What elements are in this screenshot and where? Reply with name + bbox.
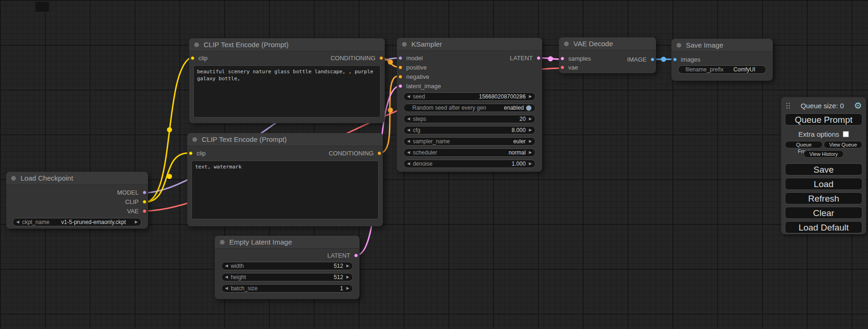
random-seed-toggle[interactable] xyxy=(526,105,532,111)
negative-prompt-textarea[interactable]: text, watermark xyxy=(191,161,379,219)
node-header[interactable]: Load Checkpoint xyxy=(6,172,148,185)
node-collapse-dot[interactable] xyxy=(220,240,225,245)
latent-image-input-port[interactable] xyxy=(398,84,402,88)
seed-widget[interactable]: ◀ seed 156680208700286 ▶ xyxy=(403,92,536,101)
model-output-port[interactable] xyxy=(142,190,147,195)
widget-value[interactable]: 512 xyxy=(334,263,343,269)
view-history-button[interactable]: View History xyxy=(804,150,844,158)
random-seed-widget[interactable]: Random seed after every gen enabled xyxy=(403,104,536,112)
conditioning-output-port[interactable] xyxy=(377,151,381,155)
widget-value[interactable]: 20 xyxy=(519,116,525,122)
sampler-name-widget[interactable]: ◀ sampler_name euler ▶ xyxy=(403,137,536,146)
widget-value[interactable]: ComfyUI xyxy=(726,66,762,73)
node-header[interactable]: Save Image xyxy=(671,39,773,52)
scheduler-widget[interactable]: ◀ scheduler normal ▶ xyxy=(403,148,536,157)
node-collapse-dot[interactable] xyxy=(677,43,681,48)
right-arrow-icon[interactable]: ▶ xyxy=(529,162,532,166)
latent-output-port[interactable] xyxy=(536,56,541,60)
panel-drag-handle-icon[interactable] xyxy=(786,102,790,109)
left-arrow-icon[interactable]: ◀ xyxy=(407,151,410,154)
output-label: MODEL xyxy=(117,189,139,196)
left-arrow-icon[interactable]: ◀ xyxy=(225,287,228,290)
output-label: LATENT xyxy=(510,55,533,62)
input-label: negative xyxy=(406,73,429,80)
clip-output-port[interactable] xyxy=(142,200,147,204)
width-widget[interactable]: ◀ width 512 ▶ xyxy=(221,262,353,270)
samples-input-port[interactable] xyxy=(560,56,565,61)
conditioning-output-port[interactable] xyxy=(379,56,383,60)
right-arrow-icon[interactable]: ▶ xyxy=(346,287,349,290)
right-arrow-icon[interactable]: ▶ xyxy=(529,140,532,143)
node-header[interactable]: CLIP Text Encode (Prompt) xyxy=(189,38,385,51)
widget-value[interactable]: 512 xyxy=(334,274,343,280)
positive-prompt-textarea[interactable]: beautiful scenery nature glass bottle la… xyxy=(193,65,381,118)
image-output-port[interactable] xyxy=(650,57,655,62)
node-collapse-dot[interactable] xyxy=(194,42,199,47)
widget-value[interactable]: 1.000 xyxy=(512,161,526,167)
ckpt-name-widget[interactable]: ◀ ckpt_name v1-5-pruned-emaonly.ckpt ▶ xyxy=(13,218,141,226)
widget-value[interactable]: v1-5-pruned-emaonly.ckpt xyxy=(52,219,135,225)
widget-value[interactable]: 8.000 xyxy=(512,127,526,133)
queue-panel: Queue size: 0 ⚙ Queue Prompt Extra optio… xyxy=(781,97,866,234)
widget-value[interactable]: normal xyxy=(508,149,526,156)
clip-input-port[interactable] xyxy=(189,151,193,155)
node-header[interactable]: KSampler xyxy=(397,38,542,51)
clear-button[interactable]: Clear xyxy=(785,207,862,219)
batch-size-widget[interactable]: ◀ batch_size 1 ▶ xyxy=(221,284,353,293)
refresh-button[interactable]: Refresh xyxy=(785,192,862,204)
widget-value[interactable]: 1 xyxy=(340,285,343,292)
load-button[interactable]: Load xyxy=(785,178,862,190)
left-arrow-icon[interactable]: ◀ xyxy=(407,95,410,98)
node-graph-canvas[interactable]: { "colors": { "model": "#B39DDB", "clip"… xyxy=(0,0,868,329)
denoise-widget[interactable]: ◀ denoise 1.000 ▶ xyxy=(403,160,536,168)
node-collapse-dot[interactable] xyxy=(564,42,569,46)
left-arrow-icon[interactable]: ◀ xyxy=(407,162,410,166)
node-header[interactable]: VAE Decode xyxy=(559,37,656,50)
left-arrow-icon[interactable]: ◀ xyxy=(16,220,19,224)
widget-label: sampler_name xyxy=(413,138,450,145)
load-default-button[interactable]: Load Default xyxy=(785,221,862,233)
save-button[interactable]: Save xyxy=(785,163,862,175)
queue-prompt-button[interactable]: Queue Prompt xyxy=(785,113,862,126)
latent-output-port[interactable] xyxy=(354,253,358,258)
vae-output-port[interactable] xyxy=(142,209,147,213)
node-collapse-dot[interactable] xyxy=(402,42,407,47)
right-arrow-icon[interactable]: ▶ xyxy=(529,95,532,98)
model-input-port[interactable] xyxy=(398,56,402,60)
steps-widget[interactable]: ◀ steps 20 ▶ xyxy=(403,115,536,123)
queue-size-label: Queue size: 0 xyxy=(790,102,854,110)
left-arrow-icon[interactable]: ◀ xyxy=(407,140,410,143)
node-header[interactable]: Empty Latent Image xyxy=(215,236,360,249)
height-widget[interactable]: ◀ height 512 ▶ xyxy=(221,273,353,281)
negative-input-port[interactable] xyxy=(398,75,402,79)
filename-prefix-widget[interactable]: filename_prefix ComfyUI xyxy=(678,65,766,74)
node-collapse-dot[interactable] xyxy=(192,137,197,142)
node-header[interactable]: CLIP Text Encode (Prompt) xyxy=(187,133,383,146)
cfg-widget[interactable]: ◀ cfg 8.000 ▶ xyxy=(403,126,536,134)
node-save-image: Save Image images filename_prefix ComfyU… xyxy=(671,39,773,81)
widget-value[interactable]: euler xyxy=(513,138,526,145)
node-collapse-dot[interactable] xyxy=(11,176,16,181)
right-arrow-icon[interactable]: ▶ xyxy=(529,117,532,121)
right-arrow-icon[interactable]: ▶ xyxy=(529,128,532,132)
left-arrow-icon[interactable]: ◀ xyxy=(225,275,228,279)
right-arrow-icon[interactable]: ▶ xyxy=(346,275,349,279)
output-label: VAE xyxy=(127,208,139,215)
left-arrow-icon[interactable]: ◀ xyxy=(225,264,228,268)
right-arrow-icon[interactable]: ▶ xyxy=(346,264,349,268)
right-arrow-icon[interactable]: ▶ xyxy=(529,151,532,154)
widget-label: Random seed after every gen xyxy=(412,105,486,111)
positive-input-port[interactable] xyxy=(398,65,402,70)
images-input-port[interactable] xyxy=(673,57,677,62)
input-label: images xyxy=(681,56,700,63)
widget-value[interactable]: 156680208700286 xyxy=(479,93,526,100)
settings-gear-icon[interactable]: ⚙ xyxy=(854,101,862,110)
view-queue-button[interactable]: View Queue xyxy=(824,141,862,148)
left-arrow-icon[interactable]: ◀ xyxy=(407,117,410,121)
left-arrow-icon[interactable]: ◀ xyxy=(407,128,410,132)
vae-input-port[interactable] xyxy=(560,65,565,70)
right-arrow-icon[interactable]: ▶ xyxy=(135,220,138,224)
extra-options-checkbox[interactable] xyxy=(843,131,849,137)
clip-input-port[interactable] xyxy=(191,56,195,60)
queue-front-button[interactable]: Queue Front xyxy=(785,141,823,148)
